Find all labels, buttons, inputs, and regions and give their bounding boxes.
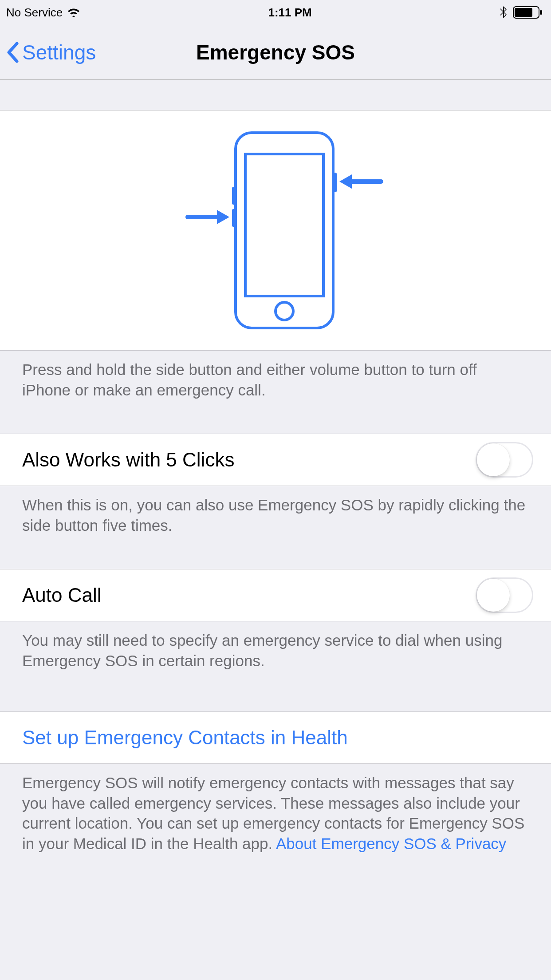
auto-call-label: Auto Call	[22, 584, 102, 606]
also-works-5-clicks-row: Also Works with 5 Clicks	[0, 434, 551, 486]
switch-knob	[477, 443, 510, 476]
also-works-5-clicks-toggle[interactable]	[476, 442, 533, 478]
back-button[interactable]: Settings	[5, 40, 96, 64]
carrier-label: No Service	[6, 6, 63, 20]
auto-call-footer: You may still need to specify an emergen…	[0, 621, 551, 683]
phone-buttons-illustration-icon	[160, 128, 391, 332]
spacer	[0, 80, 551, 110]
battery-icon	[513, 6, 543, 19]
spacer	[0, 548, 551, 569]
chevron-left-icon	[5, 42, 20, 63]
back-label: Settings	[22, 40, 96, 64]
nav-bar: Settings Emergency SOS	[0, 25, 551, 80]
svg-rect-1	[515, 8, 532, 17]
auto-call-row: Auto Call	[0, 569, 551, 621]
setup-contacts-button[interactable]: Set up Emergency Contacts in Health	[0, 711, 551, 764]
privacy-link[interactable]: About Emergency SOS & Privacy	[276, 835, 506, 852]
status-left: No Service	[6, 6, 80, 20]
bluetooth-icon	[500, 6, 508, 19]
switch-knob	[477, 579, 510, 612]
contacts-footer: Emergency SOS will notify emergency cont…	[0, 764, 551, 866]
also-works-5-clicks-footer: When this is on, you can also use Emerge…	[0, 486, 551, 548]
spacer	[0, 412, 551, 434]
svg-rect-4	[245, 154, 323, 296]
also-works-5-clicks-label: Also Works with 5 Clicks	[22, 449, 234, 471]
page-title: Emergency SOS	[196, 40, 355, 64]
svg-rect-2	[540, 10, 542, 15]
status-bar: No Service 1:11 PM	[0, 0, 551, 25]
status-right	[500, 6, 543, 19]
spacer	[0, 683, 551, 711]
auto-call-toggle[interactable]	[476, 577, 533, 613]
svg-marker-10	[339, 174, 352, 189]
illustration-cell	[0, 110, 551, 351]
setup-contacts-label: Set up Emergency Contacts in Health	[22, 727, 348, 749]
svg-rect-3	[236, 133, 333, 328]
svg-point-5	[276, 302, 293, 320]
clock-label: 1:11 PM	[268, 6, 311, 20]
svg-rect-8	[232, 209, 236, 227]
wifi-icon	[67, 8, 80, 17]
svg-rect-7	[232, 187, 236, 205]
svg-marker-12	[217, 210, 229, 224]
illustration-footer: Press and hold the side button and eithe…	[0, 351, 551, 412]
svg-rect-6	[333, 173, 337, 192]
